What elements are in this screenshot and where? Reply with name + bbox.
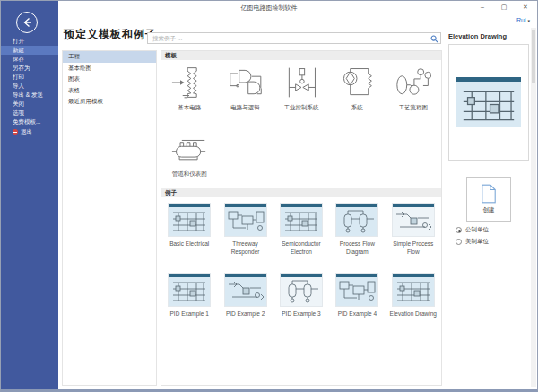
- backstage-sidebar: 打开 新建 保存 另存为 打印 导入 导出 & 发送 关闭 选项 免费模板...…: [1, 1, 58, 389]
- search-input[interactable]: [151, 33, 424, 43]
- exit-label: 退出: [21, 127, 32, 136]
- scrollbar-thumb[interactable]: [532, 30, 535, 83]
- example-thumbnail: [336, 204, 377, 236]
- example-label: Semiconductor Electron: [275, 240, 327, 257]
- radio-label: 美制单位: [465, 238, 489, 246]
- example-pid-3[interactable]: PID Example 3: [273, 274, 329, 318]
- process-flow-icon: [393, 64, 434, 101]
- template-label: 基本电路: [178, 104, 201, 112]
- template-label: 工艺流程图: [399, 104, 429, 112]
- maximize-icon[interactable]: ▢: [498, 2, 510, 13]
- examples-section-header: 例子: [161, 188, 441, 197]
- template-pid[interactable]: 管道和仪表图: [161, 130, 217, 179]
- sidebar-item-import[interactable]: 导入: [1, 82, 58, 91]
- exit-icon: [13, 129, 18, 135]
- search-box: [147, 32, 441, 44]
- page-title: 预定义模板和例子: [64, 27, 157, 42]
- example-label: Basic Electrical: [163, 240, 215, 248]
- piping-instrument-icon: [169, 130, 210, 168]
- create-document-icon: [481, 184, 497, 204]
- example-thumbnail: [225, 274, 266, 306]
- template-circuit-logic[interactable]: 电路与逻辑: [217, 64, 273, 112]
- window-title: 亿图电路图绘制软件: [1, 4, 537, 13]
- vertical-scrollbar[interactable]: [531, 28, 536, 387]
- sidebar-item-save-as[interactable]: 另存为: [1, 64, 58, 73]
- create-button[interactable]: 创建: [466, 177, 511, 222]
- example-label: Simple Process Flow: [387, 240, 439, 257]
- example-row: PID Example 1 PID Example 2 PID Example …: [161, 274, 441, 318]
- template-row: 基本电路 电路与逻辑 工业控制系统 系统 工艺流程图: [161, 64, 441, 112]
- template-basic-circuit[interactable]: 基本电路: [161, 64, 217, 112]
- radio-metric-units[interactable]: 公制单位: [456, 226, 489, 234]
- app-window: 亿图电路图绘制软件 – ▢ ✕ Rui▾ 打开 新建 保存 另存为 打印 导入 …: [0, 0, 538, 392]
- basic-circuit-icon: [169, 64, 210, 101]
- back-arrow-icon: [21, 16, 33, 29]
- example-pid-1[interactable]: PID Example 1: [161, 274, 217, 318]
- radio-button-icon: [456, 227, 462, 233]
- example-thumbnail: [281, 204, 322, 236]
- radio-button-icon: [456, 239, 462, 245]
- example-thumbnail: [393, 204, 434, 236]
- chevron-down-icon: ▾: [527, 18, 530, 23]
- example-threeway-responder[interactable]: Threeway Responder: [217, 204, 273, 257]
- industrial-control-icon: [281, 64, 322, 101]
- account-menu[interactable]: Rui▾: [516, 17, 530, 23]
- example-label: PID Example 1: [163, 310, 215, 318]
- category-engineering[interactable]: 工程: [63, 51, 156, 63]
- title-bar: 亿图电路图绘制软件 – ▢ ✕ Rui▾: [1, 1, 537, 28]
- preview-title: Elevation Drawing: [448, 32, 507, 40]
- example-basic-electrical[interactable]: Basic Electrical: [161, 204, 217, 257]
- example-label: PID Example 2: [220, 310, 272, 318]
- example-thumbnail: [169, 274, 210, 306]
- radio-label: 公制单位: [465, 226, 489, 234]
- sidebar-item-exit[interactable]: 退出: [1, 127, 58, 136]
- circuit-logic-icon: [225, 64, 266, 101]
- example-simple-process-flow[interactable]: Simple Process Flow: [386, 204, 441, 257]
- minimize-icon[interactable]: –: [476, 2, 489, 13]
- sidebar-item-print[interactable]: 打印: [1, 73, 58, 82]
- sidebar-item-save[interactable]: 保存: [1, 55, 58, 64]
- example-label: PID Example 3: [275, 310, 327, 318]
- example-label: Process Flow Diagram: [331, 240, 383, 257]
- search-icon[interactable]: [430, 35, 438, 43]
- close-icon[interactable]: ✕: [519, 2, 532, 13]
- category-recent-templates[interactable]: 最近所用模板: [63, 96, 156, 108]
- window-controls: – ▢ ✕: [476, 2, 532, 13]
- sidebar-item-free-templates[interactable]: 免费模板...: [1, 118, 58, 126]
- template-industrial-control[interactable]: 工业控制系统: [273, 64, 329, 112]
- account-name: Rui: [516, 17, 526, 23]
- sidebar-item-options[interactable]: 选项: [1, 109, 58, 118]
- template-process-flow[interactable]: 工艺流程图: [386, 64, 441, 112]
- back-button[interactable]: [16, 12, 38, 33]
- template-label: 电路与逻辑: [230, 104, 260, 112]
- sidebar-item-open[interactable]: 打开: [1, 37, 58, 46]
- category-tables[interactable]: 表格: [63, 85, 156, 97]
- template-system[interactable]: 系统: [329, 64, 385, 112]
- system-icon: [336, 64, 377, 101]
- example-thumbnail: [225, 204, 266, 236]
- category-list: 工程 基本绘图 图表 表格 最近所用模板: [62, 50, 157, 386]
- sidebar-menu: 打开 新建 保存 另存为 打印 导入 导出 & 发送 关闭 选项 免费模板...…: [1, 37, 58, 136]
- template-row: 管道和仪表图: [161, 130, 441, 179]
- radio-us-units[interactable]: 美制单位: [456, 238, 489, 246]
- sidebar-item-export-send[interactable]: 导出 & 发送: [1, 91, 58, 100]
- example-thumbnail: [281, 274, 322, 306]
- preview-box: [448, 44, 529, 161]
- example-semiconductor-electron[interactable]: Semiconductor Electron: [273, 204, 329, 257]
- example-label: Threeway Responder: [220, 240, 272, 257]
- sidebar-item-new[interactable]: 新建: [1, 46, 58, 55]
- preview-panel: Elevation Drawing 创建 公制单位 美制单位: [447, 28, 533, 387]
- example-thumbnail: [393, 274, 434, 306]
- category-charts[interactable]: 图表: [63, 74, 156, 85]
- category-basic-drawing[interactable]: 基本绘图: [63, 63, 156, 74]
- sidebar-item-close[interactable]: 关闭: [1, 100, 58, 109]
- templates-section-header: 模板: [161, 51, 441, 60]
- example-elevation-drawing[interactable]: Elevation Drawing: [386, 274, 441, 318]
- example-row: Basic Electrical Threeway Responder Semi…: [161, 204, 441, 257]
- example-process-flow-diagram[interactable]: Process Flow Diagram: [329, 204, 385, 257]
- example-pid-2[interactable]: PID Example 2: [217, 274, 273, 318]
- preview-thumbnail: [456, 77, 521, 127]
- example-pid-4[interactable]: PID Example 4: [329, 274, 385, 318]
- template-gallery: 模板 基本电路 电路与逻辑 工业控制系统 系统 工艺流程图: [161, 50, 442, 386]
- template-label: 管道和仪表图: [172, 170, 207, 179]
